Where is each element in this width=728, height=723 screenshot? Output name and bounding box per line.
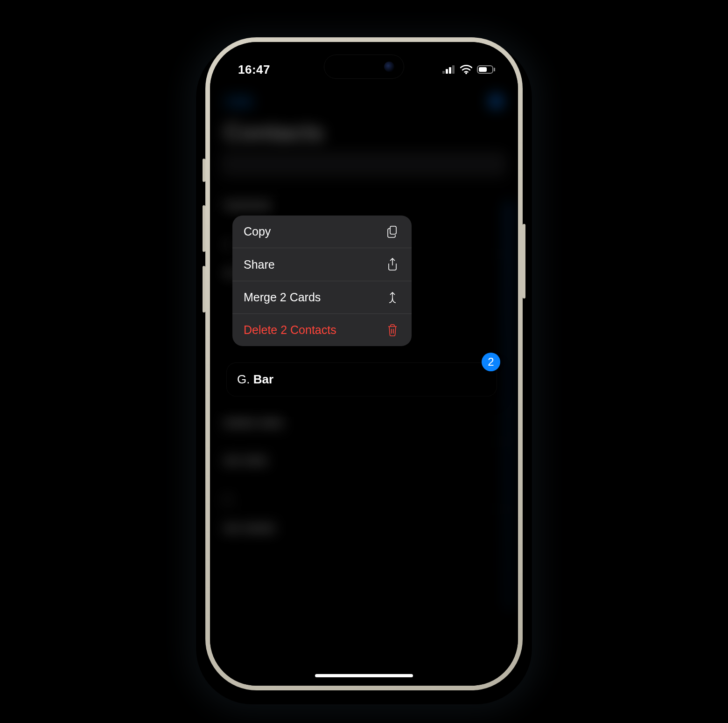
- battery-icon: [477, 65, 496, 74]
- cellular-icon: [442, 65, 455, 74]
- home-indicator[interactable]: [315, 674, 413, 677]
- trash-icon: [385, 324, 399, 337]
- menu-item-share[interactable]: Share: [232, 248, 412, 281]
- svg-rect-8: [494, 68, 495, 71]
- menu-label: Merge 2 Cards: [244, 291, 321, 304]
- merge-icon: [385, 291, 399, 304]
- copy-icon: [385, 225, 399, 238]
- screen: Lists Contacts ■■■■■■ B ■■■■ ■■■ ■■■■ ■■…: [210, 42, 518, 686]
- status-time: 16:47: [238, 63, 270, 77]
- selection-count-badge: 2: [482, 353, 500, 371]
- menu-item-copy[interactable]: Copy: [232, 216, 412, 248]
- menu-item-merge[interactable]: Merge 2 Cards: [232, 281, 412, 314]
- wifi-icon: [460, 65, 472, 74]
- dynamic-island: [324, 55, 404, 78]
- menu-label: Copy: [244, 225, 271, 238]
- menu-item-delete[interactable]: Delete 2 Contacts: [232, 314, 412, 346]
- svg-rect-4: [452, 65, 455, 74]
- svg-rect-2: [446, 69, 448, 74]
- menu-label: Delete 2 Contacts: [244, 323, 336, 337]
- volume-up-button: [203, 205, 205, 252]
- svg-rect-0: [390, 226, 396, 234]
- volume-down-button: [203, 266, 205, 313]
- share-icon: [385, 257, 399, 271]
- contact-first: G.: [237, 372, 250, 386]
- menu-label: Share: [244, 258, 275, 271]
- contact-preview[interactable]: 2 G. Bar: [227, 363, 497, 396]
- contact-last: Bar: [253, 372, 273, 386]
- svg-rect-1: [442, 71, 445, 74]
- silence-switch: [203, 159, 205, 182]
- svg-rect-7: [479, 67, 487, 72]
- svg-point-5: [465, 72, 467, 74]
- power-button: [523, 224, 525, 299]
- svg-rect-3: [449, 67, 451, 74]
- phone-frame: Lists Contacts ■■■■■■ B ■■■■ ■■■ ■■■■ ■■…: [205, 37, 523, 690]
- context-menu: Copy Share: [232, 216, 412, 346]
